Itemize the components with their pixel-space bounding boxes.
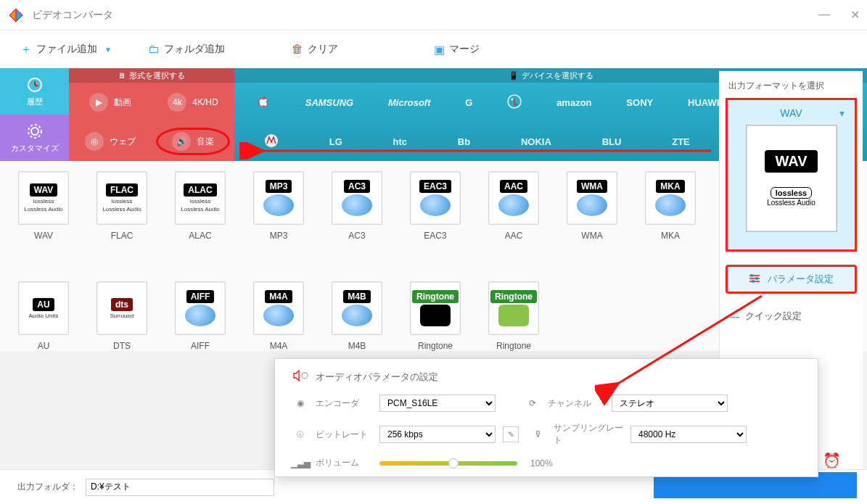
format-video-label: 動画 xyxy=(114,96,131,109)
format-tile-ringtone[interactable]: RingtoneRingtone xyxy=(485,281,543,351)
brand-htc[interactable]: htc xyxy=(393,136,408,147)
format-thumbnail: WMA xyxy=(567,171,617,225)
format-cell-4k[interactable]: 4k 4K/HD xyxy=(152,83,234,122)
svg-point-7 xyxy=(755,277,758,280)
format-thumbnail: Ringtone xyxy=(410,281,461,335)
brand-amazon[interactable]: amazon xyxy=(556,97,591,108)
brand-lg[interactable] xyxy=(507,94,522,111)
minus-icon: — xyxy=(730,311,739,322)
format-tile-eac3[interactable]: EAC3EAC3 xyxy=(406,171,464,241)
format-label: WAV xyxy=(34,231,53,241)
lg-icon xyxy=(507,94,522,109)
selected-format-box[interactable]: WAV WAV lossless Lossless Audio xyxy=(726,98,857,252)
format-label: AC3 xyxy=(348,231,365,241)
format-tile-wma[interactable]: WMAWMA xyxy=(563,171,621,241)
merge-button[interactable]: ▣ マージ xyxy=(427,38,487,61)
format-music-label: 音楽 xyxy=(197,136,214,148)
sidebar-customize[interactable]: カスタマイズ xyxy=(0,115,69,161)
format-tile-aiff[interactable]: AIFFAIFF xyxy=(171,281,229,351)
format-cell-video[interactable]: ▶ 動画 xyxy=(69,83,152,122)
channel-select[interactable]: ステレオ xyxy=(612,394,728,412)
brand-apple[interactable] xyxy=(256,94,271,111)
device-tab-header: デバイスを選択する xyxy=(522,70,593,81)
volume-bars-icon: ▁▃▅ xyxy=(292,458,308,468)
format-tile-mp3[interactable]: MP3MP3 xyxy=(250,171,308,241)
minimize-button[interactable]: — xyxy=(818,8,830,22)
format-label: Ringtone xyxy=(418,341,453,351)
add-file-label: ファイル追加 xyxy=(36,43,97,56)
format-thumbnail: AC3 xyxy=(332,171,382,225)
history-icon xyxy=(26,76,44,94)
close-button[interactable]: ✕ xyxy=(850,8,860,22)
app-title: ビデオコンバータ xyxy=(32,9,113,22)
brand-blu[interactable]: BLU xyxy=(602,136,622,147)
format-thumbnail: WAVlosslessLossless Audio xyxy=(18,171,69,225)
brand-samsung[interactable]: SAMSUNG xyxy=(305,97,353,108)
format-label: Ringtone xyxy=(496,341,531,351)
svg-point-4 xyxy=(511,98,514,100)
format-tab-header: 形式を選択する xyxy=(129,70,185,81)
popup-title: オーディオパラメータの設定 xyxy=(316,371,438,384)
clear-button[interactable]: 🗑 クリア xyxy=(284,38,345,60)
add-file-button[interactable]: ＋ ファイル追加 ▼ xyxy=(13,38,119,62)
format-thumbnail: dtsSurround xyxy=(96,281,147,335)
apple-icon xyxy=(256,94,271,109)
add-folder-button[interactable]: 🗀 フォルダ追加 xyxy=(141,38,232,60)
chrome-icon: ◎ xyxy=(85,132,104,151)
folder-plus-icon: 🗀 xyxy=(148,43,160,56)
format-badge: Ringtone xyxy=(412,290,459,303)
sample-select[interactable]: 48000 Hz xyxy=(630,426,747,443)
format-tile-flac[interactable]: FLAClosslessLossless AudioFLAC xyxy=(93,171,151,241)
sliders-icon xyxy=(749,273,760,286)
selected-format-dropdown[interactable]: WAV xyxy=(731,106,852,125)
clock-icon[interactable]: ⏰ xyxy=(823,452,841,469)
sidebar-history[interactable]: 履歴 xyxy=(0,68,69,115)
selected-brand: lossless xyxy=(771,187,812,199)
format-badge: WMA xyxy=(577,180,607,193)
format-tile-mka[interactable]: MKAMKA xyxy=(641,171,699,241)
quick-settings-row[interactable]: — クイック設定 xyxy=(726,307,857,326)
format-tile-ringtone[interactable]: RingtoneRingtone xyxy=(406,281,464,351)
brand-nokia[interactable]: NOKIA xyxy=(521,136,551,147)
format-tile-m4b[interactable]: M4BM4B xyxy=(328,281,386,351)
bitrate-select[interactable]: 256 kbps xyxy=(379,426,496,443)
output-folder-input[interactable] xyxy=(86,479,274,496)
brand-sony[interactable]: SONY xyxy=(626,97,653,108)
format-label: AIFF xyxy=(191,341,210,351)
bitrate-edit-button[interactable]: ✎ xyxy=(503,426,519,442)
svg-point-9 xyxy=(302,373,308,379)
brand-blackberry[interactable]: Bb xyxy=(458,136,470,147)
parameter-settings-button[interactable]: パラメータ設定 xyxy=(726,265,857,294)
brand-lg2[interactable]: LG xyxy=(329,136,342,147)
selected-format-card: WAV lossless Lossless Audio xyxy=(746,125,837,232)
volume-slider[interactable] xyxy=(379,461,517,466)
format-tile-m4a[interactable]: M4AM4A xyxy=(250,281,308,351)
svg-point-1 xyxy=(31,128,38,135)
brand-google[interactable]: G xyxy=(465,97,472,108)
add-folder-label: フォルダ追加 xyxy=(164,43,225,56)
format-cell-music[interactable]: 🔊 音楽 xyxy=(152,122,234,161)
format-tile-ac3[interactable]: AC3AC3 xyxy=(328,171,386,241)
format-tile-aac[interactable]: AACAAC xyxy=(485,171,543,241)
gear-icon xyxy=(26,123,44,140)
format-badge: Ringtone xyxy=(490,290,537,303)
brand-motorola[interactable] xyxy=(264,133,279,150)
disc-icon xyxy=(342,305,372,326)
format-tile-au[interactable]: AUAudio UnitsAU xyxy=(15,281,73,351)
format-thumbnail: FLAClosslessLossless Audio xyxy=(96,171,147,225)
format-tile-dts[interactable]: dtsSurroundDTS xyxy=(93,281,151,351)
disc-icon xyxy=(498,305,529,326)
format-tile-alac[interactable]: ALAClosslessLossless AudioALAC xyxy=(171,171,229,241)
channel-label: チャンネル xyxy=(548,397,604,410)
speaker-icon: 🔊 xyxy=(172,132,191,151)
format-subtitle: Lossless Audio xyxy=(181,206,219,212)
slider-knob[interactable] xyxy=(448,458,459,468)
format-label: AU xyxy=(38,341,50,351)
encoder-select[interactable]: PCM_S16LE xyxy=(379,394,496,412)
disc-icon xyxy=(498,194,529,216)
brand-microsoft[interactable]: Microsoft xyxy=(388,97,431,108)
device-icon: 📱 xyxy=(509,71,519,80)
brand-zte[interactable]: ZTE xyxy=(672,136,690,147)
format-tile-wav[interactable]: WAVlosslessLossless AudioWAV xyxy=(15,171,73,241)
format-cell-web[interactable]: ◎ ウェブ xyxy=(69,122,152,161)
